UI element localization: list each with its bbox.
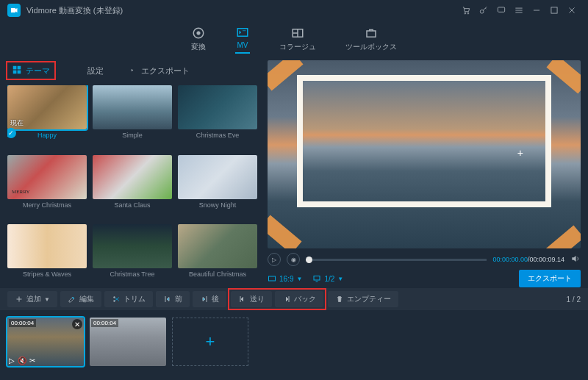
svg-rect-12 <box>13 71 17 74</box>
aspect-icon <box>268 274 276 283</box>
svg-point-14 <box>77 68 80 71</box>
forward-button[interactable]: 送り <box>231 291 272 307</box>
clip-actions: ▷ 🔇 ✂ <box>9 356 35 365</box>
tab-collage[interactable]: コラージュ <box>279 26 316 52</box>
theme-name: Simple <box>93 132 172 139</box>
app-logo <box>7 4 21 17</box>
theme-name: Christmas Tree <box>93 270 172 278</box>
clip-play-icon[interactable]: ▷ <box>9 356 15 365</box>
theme-item-happy[interactable]: 現在✓Happy <box>7 85 87 149</box>
caret-down-icon: ▼ <box>296 276 302 282</box>
theme-item-stripes[interactable]: Stripes & Waves <box>7 224 87 288</box>
aspect-value: 16:9 <box>279 275 293 283</box>
theme-badge: 現在 <box>10 118 24 128</box>
rewind-button[interactable]: バック <box>275 291 323 307</box>
subtab-theme[interactable]: テーマ <box>7 62 54 79</box>
rewind-label: バック <box>294 294 316 304</box>
theme-thumbnail <box>93 85 172 129</box>
theme-thumbnail <box>178 85 257 129</box>
clip-trim-icon[interactable]: ✂ <box>29 356 35 365</box>
subtabs: テーマ 設定 エクスポート <box>7 60 257 81</box>
maximize-button[interactable] <box>545 1 563 19</box>
svg-point-2 <box>480 10 484 13</box>
theme-item-tree[interactable]: Christmas Tree <box>93 224 172 288</box>
svg-rect-11 <box>18 66 21 70</box>
add-clip-button[interactable]: + <box>172 318 248 366</box>
tab-toolbox[interactable]: ツールボックス <box>345 26 397 52</box>
tab-mv-label: MV <box>237 41 248 49</box>
seek-track[interactable] <box>306 259 487 261</box>
theme-name: Snowy Night <box>178 201 257 209</box>
trim-label: トリム <box>123 294 146 304</box>
theme-item-beautiful[interactable]: Beautiful Christmas <box>178 224 257 288</box>
preview-canvas[interactable]: + <box>268 60 581 248</box>
theme-item-santa[interactable]: Santa Claus <box>93 155 172 219</box>
tab-convert-label: 変換 <box>191 42 206 52</box>
aspect-ratio-select[interactable]: 16:9 ▼ <box>268 274 302 283</box>
pager: 1 / 2 <box>567 295 581 304</box>
tab-mv[interactable]: MV <box>235 25 250 54</box>
theme-item-xmas-eve[interactable]: Christmas Eve <box>178 85 257 149</box>
close-button[interactable] <box>563 1 581 19</box>
subtab-settings[interactable]: 設定 <box>69 62 108 79</box>
playbar: ▷ ◉ 00:00:00.00/00:00:09.14 <box>268 251 581 268</box>
photo-frame: + <box>297 75 551 207</box>
cart-icon[interactable] <box>457 1 475 19</box>
back-button[interactable]: 後 <box>193 291 226 307</box>
feedback-icon[interactable] <box>492 1 510 19</box>
theme-name: Stripes & Waves <box>7 270 87 278</box>
main-tabs: 変換 MV コラージュ ツールボックス <box>0 21 588 57</box>
play-button[interactable]: ▷ <box>268 253 281 266</box>
theme-thumbnail: 現在 <box>7 85 87 129</box>
theme-name: Happy <box>7 132 87 139</box>
svg-rect-15 <box>269 276 276 281</box>
front-button[interactable]: 前 <box>156 291 190 307</box>
tab-convert[interactable]: 変換 <box>191 26 206 52</box>
edit-button[interactable]: 編集 <box>60 291 101 307</box>
volume-icon[interactable] <box>570 254 581 265</box>
collage-icon <box>290 26 305 40</box>
trim-button[interactable]: トリム <box>104 291 153 307</box>
timeline-clip[interactable]: 00:00:04 ✕ ▷ 🔇 ✂ <box>7 318 84 366</box>
edit-label: 編集 <box>79 294 94 304</box>
snapshot-button[interactable]: ◉ <box>287 253 300 266</box>
subtab-export-label: エクスポート <box>141 65 190 76</box>
convert-icon <box>191 26 206 40</box>
clip-mute-icon[interactable]: 🔇 <box>18 356 26 365</box>
seek-thumb[interactable] <box>306 257 312 263</box>
theme-thumbnail <box>7 224 87 268</box>
theme-name: Christmas Eve <box>178 132 257 139</box>
key-icon[interactable] <box>475 1 492 19</box>
page-select[interactable]: 1/2 ▼ <box>312 274 343 283</box>
clip-remove-button[interactable]: ✕ <box>72 319 82 329</box>
theme-thumbnail <box>93 224 172 268</box>
empty-button[interactable]: エンプティー <box>328 291 398 307</box>
forward-rewind-highlight: 送り バック <box>229 290 325 309</box>
svg-point-6 <box>197 32 201 35</box>
theme-item-snowy[interactable]: Snowy Night <box>178 155 257 219</box>
add-button[interactable]: 追加 ▼ <box>7 291 57 307</box>
svg-rect-13 <box>18 71 21 74</box>
timeline: 00:00:04 ✕ ▷ 🔇 ✂ 00:00:04 + <box>0 310 588 373</box>
timeline-clip[interactable]: 00:00:04 <box>90 318 166 366</box>
front-label: 前 <box>175 294 182 304</box>
svg-rect-10 <box>13 66 17 70</box>
theme-item-merry[interactable]: MERRYMerry Christmas <box>7 155 87 219</box>
svg-rect-16 <box>314 276 320 281</box>
ratio-bar: 16:9 ▼ 1/2 ▼ エクスポート <box>268 269 581 288</box>
theme-thumbnail: MERRY <box>7 155 87 199</box>
subtab-theme-label: テーマ <box>26 65 50 76</box>
svg-rect-4 <box>551 7 557 13</box>
back-label: 後 <box>212 294 219 304</box>
empty-label: エンプティー <box>347 294 391 304</box>
subtab-export[interactable]: エクスポート <box>123 62 194 79</box>
app-title: Vidmore 動画変換 (未登録) <box>26 5 123 16</box>
toolbox-icon <box>364 26 379 40</box>
plus-marker: + <box>517 147 523 159</box>
theme-item-simple[interactable]: Simple <box>93 85 172 149</box>
export-button[interactable]: エクスポート <box>519 270 581 287</box>
menu-icon[interactable] <box>510 1 528 19</box>
minimize-button[interactable] <box>528 1 545 19</box>
time-display: 00:00:00.00/00:00:09.14 <box>492 256 564 263</box>
clip-duration: 00:00:04 <box>91 319 118 327</box>
